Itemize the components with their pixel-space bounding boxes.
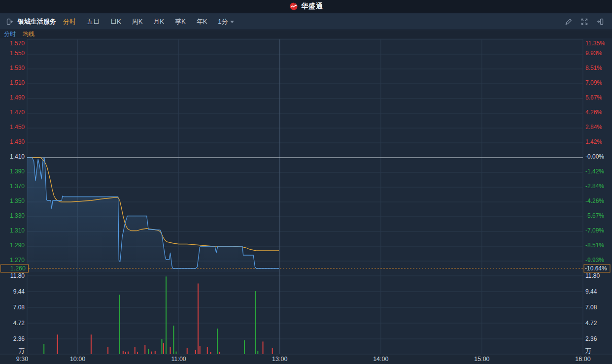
volume-tick: 4.72 <box>585 320 597 327</box>
volume-bar <box>187 348 188 354</box>
volume-tick: 2.36 <box>13 335 25 342</box>
price-tick: 1.430 <box>10 138 25 145</box>
volume-tick: 7.08 <box>585 304 597 311</box>
pct-tick: -9.93% <box>585 257 604 264</box>
volume-bar <box>219 352 220 354</box>
time-tick: 15:00 <box>474 356 489 363</box>
interval-dropdown[interactable]: 1分 <box>218 17 234 26</box>
volume-bar <box>125 352 126 354</box>
intraday-chart[interactable]: 1.5701.5501.5301.5101.4901.4701.4501.430… <box>0 38 612 364</box>
volume-unit: 万 <box>19 347 25 354</box>
interval-label: 1分 <box>218 17 228 26</box>
volume-bar <box>244 340 245 354</box>
volume-bar <box>263 341 264 354</box>
volume-bar <box>195 350 196 354</box>
stock-name: 银城生活服务 <box>18 17 56 26</box>
price-tick: 1.570 <box>10 40 25 47</box>
volume-tick: 11.80 <box>585 272 600 279</box>
toolbar-right <box>564 17 607 27</box>
price-tick: 1.350 <box>10 198 25 204</box>
price-tick: 1.330 <box>10 212 25 219</box>
volume-bar <box>128 352 129 354</box>
chart-toolbar: 银城生活服务 分时五日日K周K月K季K年K 1分 <box>0 13 612 30</box>
price-tick: 1.550 <box>10 50 25 57</box>
pct-tick: -1.42% <box>585 168 604 175</box>
price-tick: 1.470 <box>10 109 25 116</box>
time-tick: 11:00 <box>171 356 186 363</box>
current-price-label: 1.260 <box>10 265 26 272</box>
volume-bar <box>163 343 164 354</box>
tab-年K[interactable]: 年K <box>197 17 207 26</box>
time-tick: 14:00 <box>373 356 388 363</box>
price-tick: 1.370 <box>10 183 25 190</box>
brand-logo-icon <box>289 1 299 11</box>
brand-name: 华盛通 <box>301 2 323 11</box>
price-tick: 1.510 <box>10 79 25 86</box>
pct-tick: 2.84% <box>585 124 602 131</box>
volume-bar <box>148 349 149 354</box>
price-tick: 1.270 <box>10 257 25 264</box>
tab-季K[interactable]: 季K <box>175 17 186 26</box>
pct-tick: 1.42% <box>585 138 602 145</box>
tab-周K[interactable]: 周K <box>132 17 143 26</box>
huasheng-terminal: 华盛通 银城生活服务 分时五日日K周K月K季K年K 1分 <box>0 0 612 364</box>
volume-bar <box>155 351 156 354</box>
volume-tick: 7.08 <box>13 304 25 311</box>
price-tick: 1.390 <box>10 168 25 175</box>
volume-bar <box>257 351 258 354</box>
current-pct-label: -10.64% <box>585 265 607 272</box>
volume-bar <box>123 351 124 354</box>
price-tick: 1.290 <box>10 242 25 249</box>
volume-bar <box>119 295 120 354</box>
pct-tick: -8.51% <box>585 242 604 249</box>
pct-tick: -2.84% <box>585 183 604 190</box>
volume-bar <box>207 347 208 354</box>
price-tick: 1.410 <box>10 153 25 160</box>
volume-bar <box>43 344 44 354</box>
brand: 华盛通 <box>289 1 323 11</box>
volume-bar <box>217 329 218 354</box>
volume-bar <box>272 348 273 354</box>
pct-tick: 4.26% <box>585 109 602 116</box>
pct-tick: 9.93% <box>585 50 602 57</box>
volume-bar <box>166 276 167 354</box>
volume-bar <box>200 346 201 354</box>
volume-tick: 4.72 <box>13 320 25 327</box>
volume-bar <box>57 334 58 354</box>
legend-item-均线[interactable]: 均线 <box>23 30 34 38</box>
volume-bar <box>161 339 162 354</box>
time-tick: 16:00 <box>575 356 590 363</box>
volume-bar <box>151 352 152 354</box>
price-tick: 1.490 <box>10 94 25 101</box>
volume-bar <box>198 283 199 354</box>
tab-分时[interactable]: 分时 <box>63 17 76 26</box>
volume-bar <box>173 326 174 354</box>
tab-月K[interactable]: 月K <box>153 17 164 26</box>
pct-tick: -5.67% <box>585 212 604 219</box>
dock-panel-icon[interactable] <box>595 17 605 27</box>
pct-tick: 7.09% <box>585 79 602 86</box>
tab-日K[interactable]: 日K <box>110 17 121 26</box>
pct-tick: 11.35% <box>585 40 605 47</box>
volume-tick: 9.44 <box>585 288 597 295</box>
volume-bar <box>91 334 92 354</box>
volume-bar <box>170 347 171 354</box>
draw-pencil-icon[interactable] <box>564 17 574 27</box>
chart-legend: 分时均线 <box>0 30 612 38</box>
legend-item-分时[interactable]: 分时 <box>4 30 16 38</box>
pct-tick: 8.51% <box>585 65 602 71</box>
collapse-panel-icon[interactable] <box>5 17 15 27</box>
volume-bar <box>135 347 136 354</box>
pct-tick: -0.00% <box>585 153 604 160</box>
fullscreen-icon[interactable] <box>579 17 589 27</box>
volume-bar <box>255 291 256 354</box>
pct-tick: -4.26% <box>585 198 604 204</box>
volume-bar <box>176 352 177 354</box>
pct-tick: 5.67% <box>585 94 602 101</box>
tab-五日[interactable]: 五日 <box>87 17 100 26</box>
time-axis-bar <box>0 354 612 364</box>
volume-tick: 11.80 <box>10 272 25 279</box>
price-tick: 1.530 <box>10 65 25 71</box>
volume-bar <box>107 347 108 354</box>
price-tick: 1.310 <box>10 227 25 234</box>
